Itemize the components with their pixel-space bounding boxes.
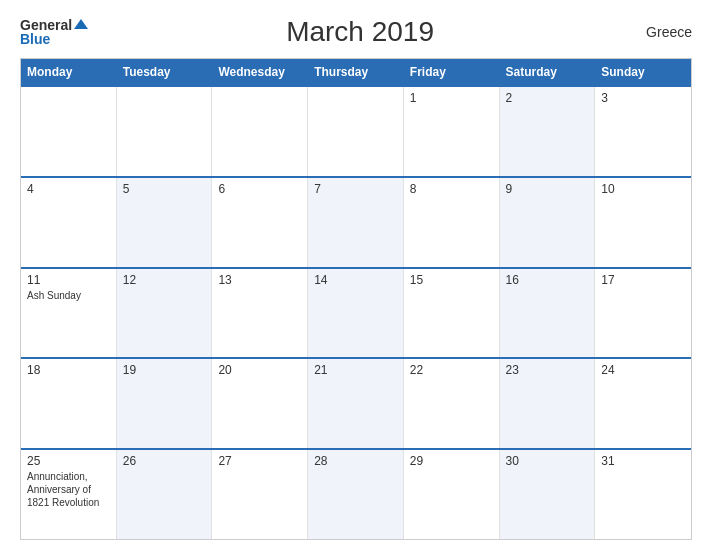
calendar-cell-30: 30	[500, 450, 596, 539]
day-number: 27	[218, 454, 301, 468]
day-event: Annunciation, Anniversary of 1821 Revolu…	[27, 470, 110, 509]
calendar-grid: MondayTuesdayWednesdayThursdayFridaySatu…	[20, 58, 692, 540]
day-number: 21	[314, 363, 397, 377]
calendar-page: General Blue March 2019 Greece MondayTue…	[0, 0, 712, 550]
calendar-cell-24: 24	[595, 359, 691, 448]
day-number: 31	[601, 454, 685, 468]
calendar-cell-empty-0-0	[21, 87, 117, 176]
country-label: Greece	[632, 24, 692, 40]
day-number: 28	[314, 454, 397, 468]
calendar-cell-27: 27	[212, 450, 308, 539]
logo-triangle-icon	[74, 19, 88, 29]
calendar-cell-31: 31	[595, 450, 691, 539]
calendar-week-5: 25Annunciation, Anniversary of 1821 Revo…	[21, 448, 691, 539]
day-number: 30	[506, 454, 589, 468]
logo-blue-text: Blue	[20, 32, 50, 46]
calendar-cell-17: 17	[595, 269, 691, 358]
calendar-cell-2: 2	[500, 87, 596, 176]
calendar-cell-20: 20	[212, 359, 308, 448]
day-number: 4	[27, 182, 110, 196]
day-number: 3	[601, 91, 685, 105]
calendar-cell-6: 6	[212, 178, 308, 267]
calendar-cell-11: 11Ash Sunday	[21, 269, 117, 358]
calendar-header-row: MondayTuesdayWednesdayThursdayFridaySatu…	[21, 59, 691, 85]
day-number: 9	[506, 182, 589, 196]
calendar-cell-7: 7	[308, 178, 404, 267]
day-number: 24	[601, 363, 685, 377]
calendar-cell-8: 8	[404, 178, 500, 267]
calendar-cell-18: 18	[21, 359, 117, 448]
day-number: 26	[123, 454, 206, 468]
calendar-cell-3: 3	[595, 87, 691, 176]
header-day-monday: Monday	[21, 59, 117, 85]
day-number: 15	[410, 273, 493, 287]
header-day-friday: Friday	[404, 59, 500, 85]
logo-general-text: General	[20, 18, 72, 32]
calendar-cell-28: 28	[308, 450, 404, 539]
calendar-week-4: 18192021222324	[21, 357, 691, 448]
calendar-week-1: 123	[21, 85, 691, 176]
calendar-cell-25: 25Annunciation, Anniversary of 1821 Revo…	[21, 450, 117, 539]
header-day-thursday: Thursday	[308, 59, 404, 85]
day-number: 11	[27, 273, 110, 287]
day-number: 23	[506, 363, 589, 377]
day-number: 19	[123, 363, 206, 377]
day-number: 14	[314, 273, 397, 287]
header-day-sunday: Sunday	[595, 59, 691, 85]
calendar-cell-15: 15	[404, 269, 500, 358]
day-number: 2	[506, 91, 589, 105]
day-event: Ash Sunday	[27, 289, 110, 302]
day-number: 10	[601, 182, 685, 196]
day-number: 25	[27, 454, 110, 468]
calendar-title: March 2019	[88, 16, 632, 48]
calendar-week-2: 45678910	[21, 176, 691, 267]
calendar-cell-empty-0-1	[117, 87, 213, 176]
logo: General Blue	[20, 18, 88, 46]
calendar-cell-19: 19	[117, 359, 213, 448]
header-day-saturday: Saturday	[500, 59, 596, 85]
day-number: 7	[314, 182, 397, 196]
calendar-cell-10: 10	[595, 178, 691, 267]
day-number: 13	[218, 273, 301, 287]
calendar-cell-14: 14	[308, 269, 404, 358]
calendar-cell-empty-0-2	[212, 87, 308, 176]
calendar-cell-9: 9	[500, 178, 596, 267]
calendar-cell-29: 29	[404, 450, 500, 539]
day-number: 12	[123, 273, 206, 287]
day-number: 6	[218, 182, 301, 196]
calendar-cell-4: 4	[21, 178, 117, 267]
page-header: General Blue March 2019 Greece	[20, 16, 692, 48]
calendar-cell-26: 26	[117, 450, 213, 539]
header-day-wednesday: Wednesday	[212, 59, 308, 85]
day-number: 1	[410, 91, 493, 105]
calendar-cell-21: 21	[308, 359, 404, 448]
calendar-cell-13: 13	[212, 269, 308, 358]
day-number: 22	[410, 363, 493, 377]
day-number: 18	[27, 363, 110, 377]
calendar-cell-5: 5	[117, 178, 213, 267]
day-number: 16	[506, 273, 589, 287]
day-number: 29	[410, 454, 493, 468]
calendar-cell-16: 16	[500, 269, 596, 358]
header-day-tuesday: Tuesday	[117, 59, 213, 85]
day-number: 17	[601, 273, 685, 287]
calendar-week-3: 11Ash Sunday121314151617	[21, 267, 691, 358]
day-number: 5	[123, 182, 206, 196]
day-number: 20	[218, 363, 301, 377]
calendar-cell-1: 1	[404, 87, 500, 176]
calendar-cell-empty-0-3	[308, 87, 404, 176]
calendar-body: 1234567891011Ash Sunday12131415161718192…	[21, 85, 691, 539]
calendar-cell-23: 23	[500, 359, 596, 448]
calendar-cell-12: 12	[117, 269, 213, 358]
calendar-cell-22: 22	[404, 359, 500, 448]
day-number: 8	[410, 182, 493, 196]
